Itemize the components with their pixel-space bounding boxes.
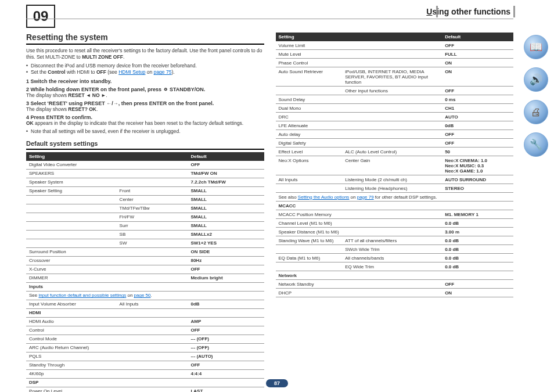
sidebar-icons: 📖 🔊 🖨 🔧 — [524, 35, 548, 157]
table-row: SBSMALLx2 — [26, 230, 264, 239]
table-row: EQ Data (M1 to M6)All channels/bands0.0 … — [276, 254, 514, 262]
table-row: Control Mode--- (OFF) — [26, 335, 264, 343]
settings-table-right: SettingDefault Volume LimitOFFMute Level… — [276, 33, 514, 297]
resetting-title: Resetting the system — [26, 33, 264, 45]
table-row: CenterSMALL — [26, 195, 264, 204]
chapter-box: 09 — [26, 5, 55, 28]
step-1: 1 Switch the receiver into standby. — [26, 78, 264, 84]
intro-text: Use this procedure to reset all the rece… — [26, 48, 264, 61]
table-row: Digital SafetyOFF — [276, 139, 514, 148]
table-row: PQLS--- (AUTO) — [26, 352, 264, 361]
header-accent-right — [513, 6, 515, 17]
speaker-icon[interactable]: 🔊 — [524, 67, 548, 92]
table-row: SWch Wide Trim0.0 dB — [276, 245, 514, 254]
table-row: Speaker SettingFrontSMALL — [26, 186, 264, 195]
table-row: Speaker Distance (M1 to M6)3.00 m — [276, 228, 514, 236]
table-row: SurrSMALL — [26, 221, 264, 230]
table-row: Auto delayOFF — [276, 130, 514, 139]
bullet-1: Disconnect the iPod and USB memory devic… — [26, 63, 264, 69]
table-row: Standby ThroughOFF — [26, 361, 264, 369]
tools-icon[interactable]: 🔧 — [524, 132, 548, 157]
table-row: Dual MonoCH1 — [276, 104, 514, 113]
table-row: Effect LevelALC (Auto Level Control)50 — [276, 148, 514, 156]
table-row: Channel Level (M1 to M6)0.0 dB — [276, 219, 514, 228]
table-row: Auto Sound RetrieveriPod/USB, INTERNET R… — [276, 67, 514, 87]
table-row: SPEAKERSTMd/FW ON — [26, 169, 264, 178]
hdmi-setup-link[interactable]: HDMI Setup — [118, 69, 145, 75]
table-row: HDMI AudioAMP — [26, 317, 264, 326]
table-row: ARC (Audio Return Channel)--- (OFF) — [26, 343, 264, 352]
table-row: EQ Wide Trim0.0 dB — [276, 262, 514, 271]
table-row: 4K/60p4:4:4 — [26, 369, 264, 378]
header-rule — [26, 19, 513, 19]
left-column: Resetting the system Use this procedure … — [26, 33, 264, 375]
table-row: ControlOFF — [26, 326, 264, 335]
bullet-2: Set the Control with HDMI to OFF (see HD… — [26, 69, 264, 75]
table-row: Digital Video ConverterOFF — [26, 161, 264, 170]
step-3-note: The display shows RESET? OK. — [26, 106, 264, 112]
default-settings-title: Default system settings — [26, 140, 264, 150]
table-row: Crossover80Hz — [26, 256, 264, 265]
table-row: FH/FWSMALL — [26, 213, 264, 221]
table-row: Input Volume AbsorberAll Inputs0dB — [26, 300, 264, 308]
page-number: 87 — [266, 379, 288, 387]
table-row: Volume LimitOFF — [276, 41, 514, 50]
book-icon[interactable]: 📖 — [524, 35, 548, 59]
step-3: 3 Select 'RESET' using PRESET ←/→, then … — [26, 100, 264, 106]
chapter-number: 09 — [33, 8, 49, 24]
audio-options-link[interactable]: Setting the Audio options — [298, 195, 350, 200]
print-icon[interactable]: 🖨 — [524, 100, 548, 124]
table-row: Phase ControlON — [276, 59, 514, 67]
note-text: Note that all settings will be saved, ev… — [26, 128, 264, 135]
table-row: Network StandbyOFF — [276, 280, 514, 289]
settings-table-left: SettingDefault Digital Video ConverterOF… — [26, 152, 264, 392]
table-row: Power On LevelLAST — [26, 387, 264, 392]
table-row: Mute LevelFULL — [276, 50, 514, 59]
table-row: TMd/TFw/TBwSMALL — [26, 204, 264, 213]
table-row: Neo:X OptionsCenter GainNeo:X CINEMA: 1.… — [276, 156, 514, 175]
table-row: MCACC Position MemoryM1. MEMORY 1 — [276, 210, 514, 219]
page-header: Using other functions — [426, 7, 510, 16]
table-row: Speaker System7.2.2ch TMd/FW — [26, 178, 264, 186]
step-2-note: The display shows RESET ◄ NO ►. — [26, 92, 264, 98]
table-row: Listening Mode (Headphones)STEREO — [276, 184, 514, 193]
input-defaults-link[interactable]: input function default and possible sett… — [38, 293, 126, 298]
table-row: Surround PositionON SIDE — [26, 247, 264, 256]
table-row: DHCPON — [276, 289, 514, 297]
header-accent-left — [436, 6, 438, 17]
table-row: DIMMERMedium bright — [26, 274, 264, 282]
table-row: DRCAUTO — [276, 113, 514, 121]
ok-text: OK appears in the display to indicate th… — [26, 120, 264, 127]
table-row: LFE Attenuate0dB — [276, 121, 514, 130]
page-79-link[interactable]: page 79 — [357, 195, 374, 200]
table-row: X-CurveOFF — [26, 265, 264, 274]
table-row: Other input functionsOFF — [276, 87, 514, 95]
page-75-link[interactable]: page 75 — [154, 69, 172, 75]
table-row: Standing Wave (M1 to M6)ATT of all chann… — [276, 236, 514, 245]
right-column: SettingDefault Volume LimitOFFMute Level… — [276, 33, 514, 375]
page-50-link[interactable]: page 50 — [134, 293, 151, 298]
table-row: All InputsListening Mode (2 ch/multi ch)… — [276, 175, 514, 184]
step-4: 4 Press ENTER to confirm. — [26, 114, 264, 120]
table-row: SWSW1+2 YES — [26, 239, 264, 247]
content: Resetting the system Use this procedure … — [26, 33, 513, 375]
table-row: Sound Delay0 ms — [276, 95, 514, 104]
step-2: 2 While holding down ENTER on the front … — [26, 87, 264, 92]
